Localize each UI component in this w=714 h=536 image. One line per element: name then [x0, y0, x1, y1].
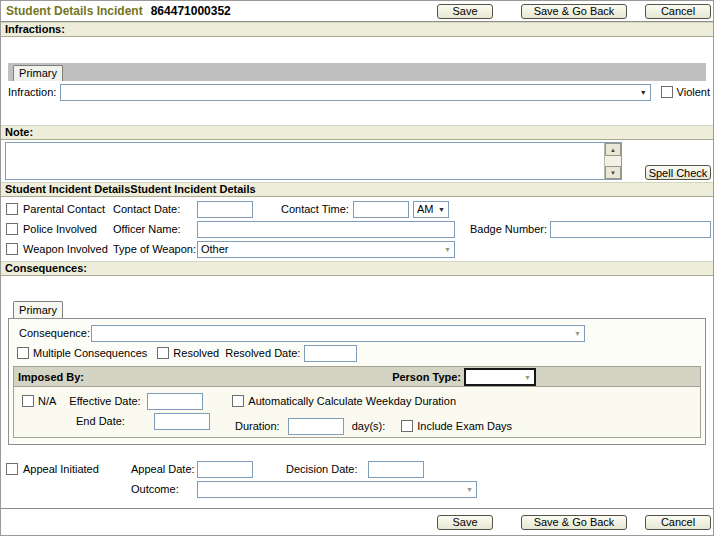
tab-primary-infractions[interactable]: Primary — [13, 65, 63, 81]
footer-bar: Save Save & Go Back Cancel — [1, 508, 713, 535]
imposed-by-label: Imposed By: — [18, 371, 84, 383]
multiple-consequences-checkbox[interactable] — [17, 347, 29, 359]
consequence-select[interactable]: ▼ — [91, 325, 585, 342]
student-incident-details-header: Student Incident DetailsStudent Incident… — [1, 182, 713, 197]
chevron-down-icon: ▼ — [444, 246, 451, 253]
include-exam-days-checkbox[interactable] — [401, 420, 413, 432]
contact-date-label: Contact Date: — [113, 203, 197, 215]
parental-contact-row: Parental Contact Contact Date: Contact T… — [1, 199, 713, 219]
violent-label: Violent — [677, 86, 710, 98]
police-involved-group: Police Involved — [6, 223, 113, 235]
outcome-row: Outcome: ▼ — [1, 479, 713, 499]
infraction-label: Infraction: — [8, 86, 56, 98]
consequences-section-header: Consequences: — [1, 261, 713, 276]
scrollbar-track[interactable] — [605, 156, 621, 166]
contact-time-input[interactable] — [353, 201, 409, 218]
page-title: Student Details Incident — [6, 4, 143, 18]
include-exam-days-label: Include Exam Days — [417, 420, 512, 432]
end-date-input[interactable] — [154, 413, 210, 430]
outcome-label: Outcome: — [131, 483, 197, 495]
infraction-row: Infraction: ▼ Violent — [8, 83, 710, 101]
violent-checkbox[interactable] — [661, 86, 673, 98]
infractions-tabstrip: Primary — [8, 63, 706, 81]
resolved-checkbox[interactable] — [157, 347, 169, 359]
contact-time-label: Contact Time: — [281, 203, 353, 215]
decision-date-label: Decision Date: — [286, 463, 368, 475]
appeal-initiated-label: Appeal Initiated — [23, 463, 99, 475]
save-go-back-button-top[interactable]: Save & Go Back — [521, 4, 627, 19]
person-type-label: Person Type: — [392, 371, 461, 383]
am-pm-select[interactable]: AM ▼ — [413, 201, 449, 218]
am-pm-value: AM — [417, 203, 434, 215]
resolved-row: Multiple Consequences Resolved Resolved … — [11, 343, 703, 363]
tab-primary-consequences[interactable]: Primary — [13, 301, 63, 318]
save-go-back-button-bottom[interactable]: Save & Go Back — [521, 515, 627, 530]
scroll-down-icon[interactable]: ▼ — [605, 166, 621, 179]
auto-calc-checkbox[interactable] — [232, 395, 244, 407]
chevron-down-icon: ▼ — [438, 206, 445, 213]
note-section: ▲ ▼ Spell Check — [1, 140, 713, 182]
student-details-incident-page: Student Details Incident 864471000352 Sa… — [0, 0, 714, 536]
effective-date-row: N/A Effective Date: Automatically Calcul… — [14, 391, 700, 411]
na-checkbox[interactable] — [22, 395, 34, 407]
appeal-row: Appeal Initiated Appeal Date: Decision D… — [1, 459, 713, 479]
person-type-select[interactable]: ▼ — [464, 368, 536, 386]
note-scrollbar[interactable]: ▲ ▼ — [604, 143, 621, 179]
imposed-by-header: Imposed By: Person Type: ▼ — [14, 367, 700, 387]
infractions-section: Primary Infraction: ▼ Violent — [1, 37, 713, 125]
cancel-button-top[interactable]: Cancel — [645, 4, 711, 19]
appeal-date-input[interactable] — [197, 461, 253, 478]
duration-cluster: Duration: day(s): Include Exam Days — [235, 418, 512, 435]
consequence-label: Consequence: — [19, 327, 91, 339]
consequence-row: Consequence: ▼ — [11, 323, 703, 343]
infractions-section-header: Infractions: — [1, 22, 713, 37]
appeal-date-label: Appeal Date: — [131, 463, 197, 475]
resolved-date-input[interactable] — [304, 345, 357, 362]
infraction-select[interactable]: ▼ — [60, 84, 650, 101]
police-involved-checkbox[interactable] — [6, 223, 18, 235]
resolved-label: Resolved — [173, 347, 219, 359]
spell-check-button[interactable]: Spell Check — [645, 165, 711, 180]
days-label: day(s): — [352, 420, 386, 432]
badge-number-input[interactable] — [550, 221, 711, 238]
type-of-weapon-label: Type of Weapon: — [113, 243, 197, 255]
type-of-weapon-select[interactable]: Other ▼ — [197, 241, 455, 258]
note-textarea[interactable]: ▲ ▼ — [5, 142, 622, 180]
duration-label: Duration: — [235, 420, 280, 432]
header-bar: Student Details Incident 864471000352 Sa… — [1, 1, 713, 22]
weapon-involved-row: Weapon Involved Type of Weapon: Other ▼ — [1, 239, 713, 259]
weapon-involved-checkbox[interactable] — [6, 243, 18, 255]
imposed-by-body: N/A Effective Date: Automatically Calcul… — [14, 387, 700, 437]
weapon-involved-label: Weapon Involved — [23, 243, 108, 255]
incident-number: 864471000352 — [151, 4, 231, 18]
save-button-bottom[interactable]: Save — [437, 515, 493, 530]
effective-date-input[interactable] — [147, 393, 203, 410]
decision-date-input[interactable] — [368, 461, 424, 478]
badge-number-label: Badge Number: — [470, 223, 550, 235]
duration-input[interactable] — [288, 418, 344, 435]
police-involved-row: Police Involved Officer Name: Badge Numb… — [1, 219, 713, 239]
student-incident-details-section: Parental Contact Contact Date: Contact T… — [1, 197, 713, 261]
auto-calc-label: Automatically Calculate Weekday Duration — [248, 395, 456, 407]
parental-contact-label: Parental Contact — [23, 203, 105, 215]
appeal-initiated-group: Appeal Initiated — [6, 463, 131, 475]
end-date-row: End Date: Duration: day(s): Include Exam… — [14, 411, 700, 431]
spell-check-area: Spell Check — [622, 142, 711, 180]
multiple-consequences-label: Multiple Consequences — [33, 347, 147, 359]
contact-date-input[interactable] — [197, 201, 253, 218]
imposed-by-group: Imposed By: Person Type: ▼ N/A Effective… — [13, 366, 701, 438]
appeal-initiated-checkbox[interactable] — [6, 463, 18, 475]
parental-contact-checkbox[interactable] — [6, 203, 18, 215]
cancel-button-bottom[interactable]: Cancel — [645, 515, 711, 530]
police-involved-label: Police Involved — [23, 223, 97, 235]
consequences-section: Primary Consequence: ▼ Multiple Conseque… — [1, 276, 713, 445]
effective-date-label: Effective Date: — [69, 395, 147, 407]
parental-contact-group: Parental Contact — [6, 203, 113, 215]
weapon-involved-group: Weapon Involved — [6, 243, 113, 255]
chevron-down-icon: ▼ — [640, 89, 647, 96]
outcome-select[interactable]: ▼ — [197, 481, 477, 498]
chevron-down-icon: ▼ — [466, 486, 473, 493]
save-button-top[interactable]: Save — [437, 4, 493, 19]
scroll-up-icon[interactable]: ▲ — [605, 143, 621, 156]
officer-name-input[interactable] — [197, 221, 455, 238]
